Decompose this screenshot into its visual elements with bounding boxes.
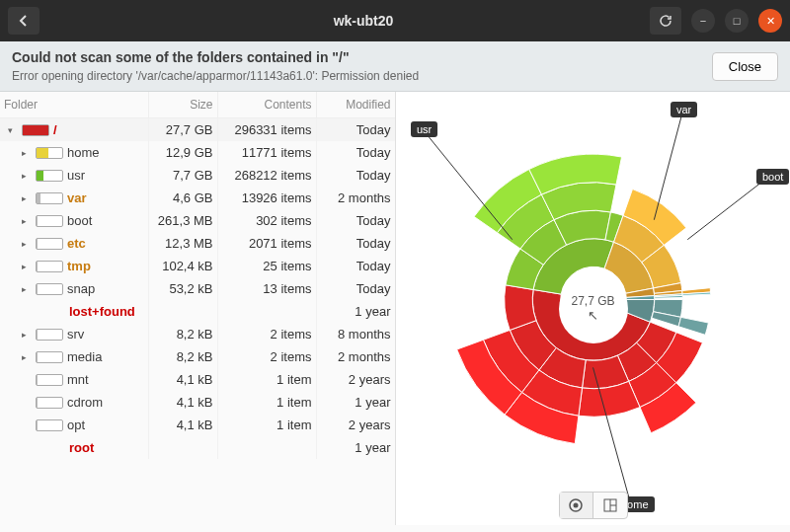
usage-bar xyxy=(22,124,49,136)
cell-contents: 2 items xyxy=(217,345,316,368)
cell-size: 4,1 kB xyxy=(148,414,217,436)
folder-name: opt xyxy=(67,418,85,432)
folder-name: snap xyxy=(67,281,95,296)
usage-bar xyxy=(36,238,63,250)
expand-arrow-icon[interactable]: ▸ xyxy=(22,239,32,249)
view-mode-toggle xyxy=(559,492,628,519)
chart-tag-usr: usr xyxy=(411,121,437,137)
cell-contents: 1 item xyxy=(217,368,316,391)
cell-modified: 2 months xyxy=(316,187,395,209)
expand-arrow-icon[interactable]: ▸ xyxy=(22,216,32,226)
cell-modified: 8 months xyxy=(316,323,395,345)
cell-modified: Today xyxy=(316,255,395,277)
cell-contents: 1 item xyxy=(217,391,316,414)
usage-bar xyxy=(36,192,63,204)
infobar-close-button[interactable]: Close xyxy=(712,52,778,81)
cell-size: 7,7 GB xyxy=(148,164,217,187)
expand-arrow-icon[interactable]: ▸ xyxy=(22,148,32,158)
folder-name: var xyxy=(67,190,87,205)
folder-name: cdrom xyxy=(67,395,103,410)
svg-point-5 xyxy=(574,503,579,508)
folder-name: srv xyxy=(67,327,84,342)
header-modified[interactable]: Modified xyxy=(316,92,395,118)
cell-contents: 2071 items xyxy=(217,232,316,255)
cell-size: 8,2 kB xyxy=(148,323,217,345)
usage-bar xyxy=(36,261,63,272)
infobar-subtitle: Error opening directory '/var/cache/appa… xyxy=(12,69,700,83)
table-row[interactable]: ▸home12,9 GB11771 itemsToday xyxy=(0,141,395,164)
cell-size: 53,2 kB xyxy=(148,277,217,300)
usage-bar xyxy=(36,215,63,227)
cell-contents: 1 item xyxy=(217,414,316,436)
expand-arrow-icon[interactable]: ▸ xyxy=(22,193,32,203)
rings-view-button[interactable] xyxy=(560,493,593,518)
cell-modified: Today xyxy=(316,277,395,300)
table-row[interactable]: lost+found1 year xyxy=(0,300,395,323)
expand-arrow-icon[interactable]: ▸ xyxy=(22,284,32,294)
folder-name: usr xyxy=(67,168,85,183)
table-row[interactable]: ▸usr7,7 GB268212 itemsToday xyxy=(0,164,395,187)
cell-contents: 2 items xyxy=(217,323,316,345)
header-contents[interactable]: Contents xyxy=(217,92,316,118)
refresh-button[interactable] xyxy=(650,7,681,35)
window-title: wk-ubt20 xyxy=(83,13,644,29)
cell-contents: 268212 items xyxy=(217,164,316,187)
usage-bar xyxy=(36,329,63,341)
table-row[interactable]: mnt4,1 kB1 item2 years xyxy=(0,368,395,391)
expand-arrow-icon[interactable]: ▸ xyxy=(22,171,32,181)
window-close-button[interactable]: ✕ xyxy=(758,9,782,33)
minimize-button[interactable]: − xyxy=(691,9,715,33)
cell-modified: 1 year xyxy=(316,300,395,323)
chart-center-label: 27,7 GB ↖ xyxy=(559,274,628,343)
cell-modified: Today xyxy=(316,141,395,164)
cell-modified: Today xyxy=(316,232,395,255)
table-row[interactable]: ▸srv8,2 kB2 items8 months xyxy=(0,323,395,345)
cell-size: 4,1 kB xyxy=(148,368,217,391)
cell-modified: 2 years xyxy=(316,414,395,436)
expand-arrow-icon[interactable]: ▾ xyxy=(8,125,18,135)
cursor-icon: ↖ xyxy=(588,308,598,323)
chart-tag-boot: boot xyxy=(756,169,789,185)
usage-bar xyxy=(36,283,63,295)
table-row[interactable]: cdrom4,1 kB1 item1 year xyxy=(0,391,395,414)
cell-contents: 11771 items xyxy=(217,141,316,164)
table-row[interactable]: ▸etc12,3 MB2071 itemsToday xyxy=(0,232,395,255)
expand-arrow-icon[interactable]: ▸ xyxy=(22,330,32,340)
info-bar: Could not scan some of the folders conta… xyxy=(0,41,790,92)
treemap-view-button[interactable] xyxy=(593,493,627,518)
table-row[interactable]: ▸media8,2 kB2 items2 months xyxy=(0,345,395,368)
expand-arrow-icon[interactable]: ▸ xyxy=(22,262,32,271)
folder-name: lost+found xyxy=(69,304,135,319)
header-size[interactable]: Size xyxy=(148,92,217,118)
table-row[interactable]: root1 year xyxy=(0,436,395,459)
cell-contents xyxy=(217,436,316,459)
back-button[interactable] xyxy=(8,7,40,35)
table-row[interactable]: ▾/27,7 GB296331 itemsToday xyxy=(0,118,395,142)
cell-contents: 302 items xyxy=(217,209,316,232)
cell-modified: 2 years xyxy=(316,368,395,391)
infobar-title: Could not scan some of the folders conta… xyxy=(12,49,700,65)
cell-modified: Today xyxy=(316,209,395,232)
folder-name: root xyxy=(69,440,94,455)
usage-bar xyxy=(36,374,63,386)
maximize-button[interactable]: □ xyxy=(725,9,749,33)
chart-tag-var: var xyxy=(671,102,697,117)
table-row[interactable]: ▸boot261,3 MB302 itemsToday xyxy=(0,209,395,232)
cell-contents xyxy=(217,300,316,323)
usage-bar xyxy=(36,351,63,363)
table-row[interactable]: opt4,1 kB1 item2 years xyxy=(0,414,395,436)
table-row[interactable]: ▸var4,6 GB13926 items2 months xyxy=(0,187,395,209)
usage-bar xyxy=(36,419,63,431)
cell-size xyxy=(148,300,217,323)
cell-size: 4,6 GB xyxy=(148,187,217,209)
cell-size: 102,4 kB xyxy=(148,255,217,277)
cell-size: 261,3 MB xyxy=(148,209,217,232)
header-folder[interactable]: Folder xyxy=(0,92,148,118)
cell-size: 8,2 kB xyxy=(148,345,217,368)
cell-size xyxy=(148,436,217,459)
table-row[interactable]: ▸tmp102,4 kB25 itemsToday xyxy=(0,255,395,277)
folder-name: / xyxy=(53,122,57,137)
expand-arrow-icon[interactable]: ▸ xyxy=(22,352,32,362)
usage-bar xyxy=(36,397,63,409)
table-row[interactable]: ▸snap53,2 kB13 itemsToday xyxy=(0,277,395,300)
